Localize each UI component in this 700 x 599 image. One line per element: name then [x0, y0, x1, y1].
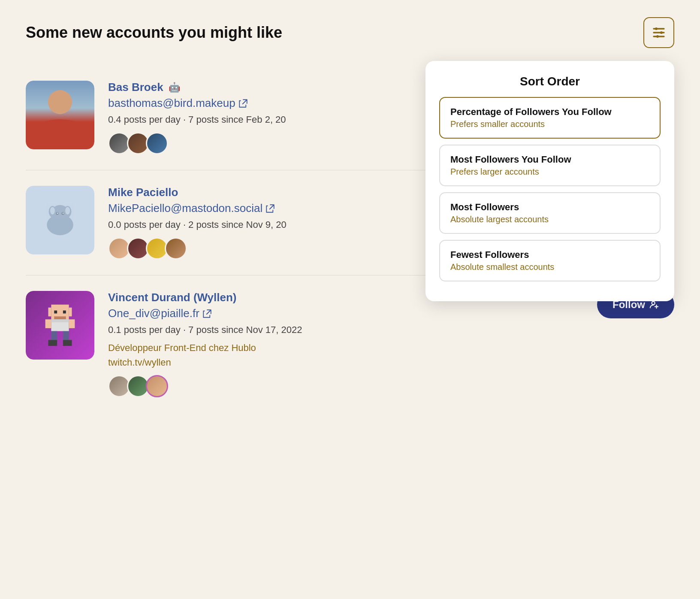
account-list: Sort Order Percentage of Followers You F…: [26, 65, 674, 413]
svg-rect-23: [63, 311, 66, 314]
avatar-mike-paciello: [26, 186, 94, 254]
account-name-bas-broek: Bas Broek: [108, 81, 163, 94]
svg-point-5: [656, 35, 659, 38]
mutual-avatar-10: [146, 375, 168, 397]
svg-point-17: [63, 213, 64, 214]
account-info-vincent-durand: Vincent Durand (Wyllen) One_div@piaille.…: [108, 291, 583, 397]
sort-option-most-followers-title: Most Followers: [450, 202, 649, 213]
filter-button[interactable]: [643, 17, 674, 48]
page-title: Some new accounts you might like: [26, 24, 282, 42]
sort-option-pct-title: Percentage of Followers You Follow: [450, 106, 649, 118]
mutual-avatar-7: [165, 237, 187, 260]
svg-rect-26: [51, 319, 69, 322]
svg-point-18: [54, 223, 58, 227]
svg-rect-31: [48, 340, 57, 346]
sort-option-most-follow-desc: Prefers larger accounts: [450, 167, 649, 177]
account-name-mike-paciello: Mike Paciello: [108, 186, 178, 199]
svg-point-10: [50, 207, 55, 215]
mutual-avatar-3: [146, 132, 168, 154]
sort-option-most-followers-desc: Absolute largest accounts: [450, 215, 649, 224]
bot-icon: 🤖: [169, 82, 180, 93]
avatar-vincent-durand: [26, 291, 94, 360]
sort-option-pct-followers[interactable]: Percentage of Followers You Follow Prefe…: [439, 97, 661, 139]
sort-option-most-followers[interactable]: Most Followers Absolute largest accounts: [439, 192, 661, 234]
account-link-vincent-durand[interactable]: twitch.tv/wyllen: [108, 357, 583, 368]
sort-option-fewest-desc: Absolute smallest accounts: [450, 262, 649, 272]
svg-rect-20: [48, 308, 51, 317]
avatar-bas-broek: [26, 81, 94, 149]
sort-dropdown: Sort Order Percentage of Followers You F…: [425, 61, 674, 301]
svg-point-4: [660, 31, 663, 34]
svg-point-33: [652, 302, 655, 305]
mutual-followers-vincent-durand: [108, 375, 583, 397]
svg-rect-24: [54, 316, 66, 319]
account-stats-vincent-durand: 0.1 posts per day · 7 posts since Nov 17…: [108, 324, 583, 336]
sort-option-fewest-title: Fewest Followers: [450, 249, 649, 260]
svg-point-3: [655, 27, 658, 30]
svg-rect-32: [63, 340, 72, 346]
svg-rect-28: [69, 319, 75, 328]
sort-option-most-follow-title: Most Followers You Follow: [450, 154, 649, 165]
svg-rect-21: [69, 308, 72, 317]
svg-rect-27: [45, 319, 51, 328]
account-name-vincent-durand: Vincent Durand (Wyllen): [108, 291, 237, 304]
svg-rect-22: [54, 311, 57, 314]
svg-point-16: [57, 213, 58, 214]
account-bio-vincent-durand: Développeur Front-End chez Hublo: [108, 342, 583, 354]
sort-option-pct-desc: Prefers smaller accounts: [450, 119, 649, 129]
svg-point-11: [65, 207, 70, 215]
account-handle-vincent-durand[interactable]: One_div@piaille.fr: [108, 307, 583, 320]
sort-option-fewest-followers[interactable]: Fewest Followers Absolute smallest accou…: [439, 240, 661, 281]
sort-option-most-follow[interactable]: Most Followers You Follow Prefers larger…: [439, 145, 661, 186]
sort-title: Sort Order: [439, 75, 661, 88]
